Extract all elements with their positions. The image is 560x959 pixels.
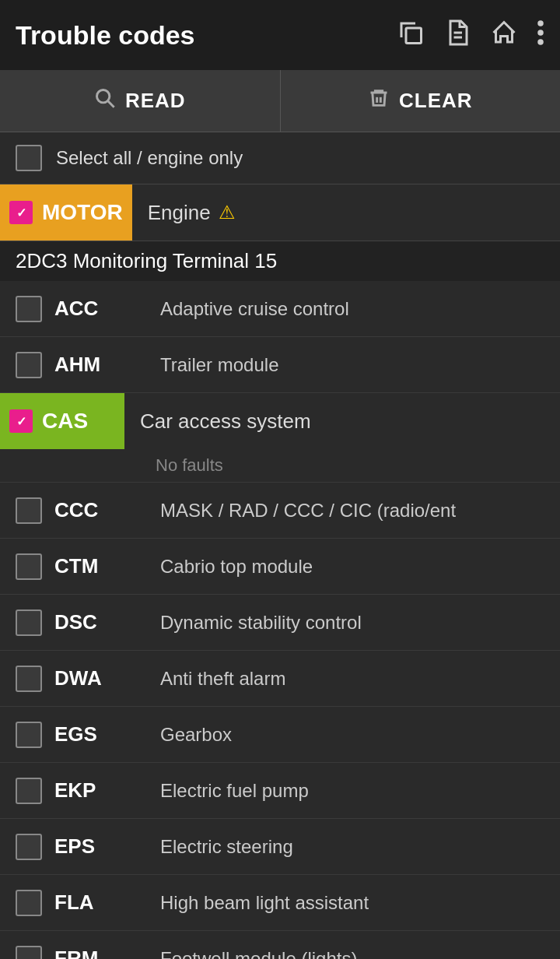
ccc-checkbox[interactable] — [16, 497, 42, 524]
group-header-text: 2DC3 Monitoring Terminal 15 — [16, 249, 277, 272]
delete-icon — [368, 87, 390, 114]
item-desc: Footwell module (lights) — [160, 948, 544, 960]
acc-checkbox[interactable] — [16, 296, 42, 322]
select-all-label: Select all / engine only — [56, 147, 243, 169]
item-code: EKP — [54, 778, 148, 803]
warning-icon: ⚠ — [219, 202, 236, 223]
select-all-checkbox[interactable] — [16, 145, 42, 171]
item-code: EGS — [54, 722, 148, 746]
item-desc: Dynamic stability control — [160, 612, 544, 634]
read-button[interactable]: READ — [0, 70, 281, 132]
item-desc: Trailer module — [160, 354, 544, 376]
cas-tag[interactable]: CAS — [0, 393, 124, 449]
motor-tag[interactable]: MOTOR — [0, 184, 132, 241]
page-title: Trouble codes — [16, 20, 384, 51]
dwa-checkbox[interactable] — [16, 666, 42, 692]
svg-point-5 — [537, 39, 544, 45]
ekp-checkbox[interactable] — [16, 778, 42, 804]
item-code: CCC — [54, 498, 148, 522]
search-icon — [94, 87, 116, 114]
toolbar: READ CLEAR — [0, 70, 560, 132]
item-desc: MASK / RAD / CCC / CIC (radio/ent — [160, 500, 544, 522]
item-desc: High beam light assistant — [160, 892, 544, 914]
document-icon[interactable] — [443, 19, 471, 52]
list-item[interactable]: AHM Trailer module — [0, 337, 560, 393]
item-code: DWA — [54, 666, 148, 690]
ahm-checkbox[interactable] — [16, 352, 42, 378]
motor-module-row[interactable]: MOTOR Engine ⚠ — [0, 184, 560, 241]
eps-checkbox[interactable] — [16, 834, 42, 860]
item-code: AHM — [54, 353, 148, 377]
item-desc: Electric fuel pump — [160, 780, 544, 802]
item-desc: Gearbox — [160, 724, 544, 746]
home-icon[interactable] — [490, 19, 518, 52]
list-item[interactable]: FRM Footwell module (lights) — [0, 931, 560, 959]
egs-checkbox[interactable] — [16, 722, 42, 748]
item-code: FRM — [54, 947, 148, 959]
cas-desc-text: Car access system — [140, 409, 311, 434]
header-icons — [397, 19, 544, 52]
cas-checkbox[interactable] — [9, 409, 33, 433]
dsc-checkbox[interactable] — [16, 609, 42, 636]
item-desc: Cabrio top module — [160, 556, 544, 578]
read-label: READ — [125, 89, 186, 113]
list-item[interactable]: FLA High beam light assistant — [0, 875, 560, 931]
no-faults-status: No faults — [0, 449, 560, 483]
item-code: FLA — [54, 890, 148, 915]
cas-module-row[interactable]: CAS Car access system — [0, 393, 560, 449]
fla-checkbox[interactable] — [16, 890, 42, 916]
cas-description: Car access system — [124, 409, 311, 434]
group-header-motor: 2DC3 Monitoring Terminal 15 — [0, 241, 560, 281]
motor-description: Engine ⚠ — [132, 201, 236, 225]
list-item[interactable]: EKP Electric fuel pump — [0, 763, 560, 819]
list-item[interactable]: CTM Cabrio top module — [0, 539, 560, 595]
list-item[interactable]: DSC Dynamic stability control — [0, 595, 560, 651]
cas-label: CAS — [42, 409, 88, 434]
svg-rect-0 — [406, 28, 422, 44]
list-item[interactable]: EPS Electric steering — [0, 819, 560, 875]
ctm-checkbox[interactable] — [16, 553, 42, 580]
clear-button[interactable]: CLEAR — [281, 70, 561, 132]
more-icon[interactable] — [537, 19, 544, 52]
frm-checkbox[interactable] — [16, 946, 42, 960]
motor-desc-text: Engine — [148, 201, 211, 225]
clear-label: CLEAR — [399, 89, 473, 113]
copy-icon[interactable] — [397, 19, 425, 52]
motor-label: MOTOR — [42, 200, 123, 225]
item-code: CTM — [54, 554, 148, 578]
item-desc: Adaptive cruise control — [160, 298, 544, 320]
item-code: EPS — [54, 834, 148, 859]
item-desc: Electric steering — [160, 836, 544, 858]
list-item[interactable]: DWA Anti theft alarm — [0, 651, 560, 707]
item-desc: Anti theft alarm — [160, 668, 544, 690]
list-item[interactable]: EGS Gearbox — [0, 707, 560, 763]
svg-point-3 — [537, 20, 544, 26]
svg-line-7 — [107, 101, 114, 107]
svg-point-4 — [537, 30, 544, 36]
list-item[interactable]: CCC MASK / RAD / CCC / CIC (radio/ent — [0, 483, 560, 539]
select-all-row[interactable]: Select all / engine only — [0, 132, 560, 184]
item-code: ACC — [54, 297, 148, 321]
svg-point-6 — [96, 90, 109, 103]
no-faults-text: No faults — [156, 455, 223, 475]
item-code: DSC — [54, 610, 148, 634]
list-item[interactable]: ACC Adaptive cruise control — [0, 281, 560, 337]
app-header: Trouble codes — [0, 0, 560, 70]
motor-checkbox[interactable] — [9, 201, 33, 224]
